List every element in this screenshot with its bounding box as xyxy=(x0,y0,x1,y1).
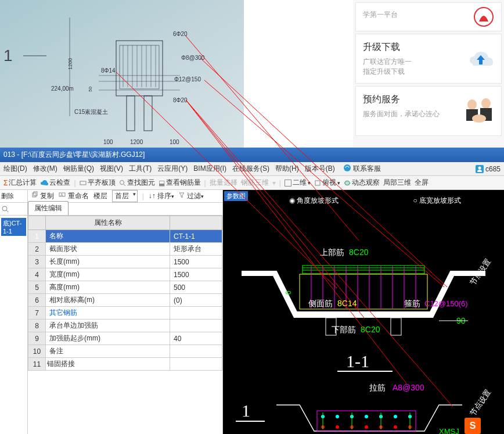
prop-val[interactable]: 矩形承台 xyxy=(170,243,222,256)
prop-name[interactable]: 截面形状 xyxy=(46,243,170,256)
topview-icon xyxy=(314,180,321,186)
svg-text:100: 100 xyxy=(170,139,179,145)
menu-bim[interactable]: BIM应用(I) xyxy=(193,164,226,174)
tool-dim[interactable]: 二维▾ xyxy=(285,178,311,188)
tree: 底)CT-1-1 xyxy=(0,216,27,434)
menu-cloud[interactable]: 云应用(Y) xyxy=(157,164,188,174)
prop-name[interactable]: 备注 xyxy=(46,345,170,358)
tool-cloudcheck[interactable]: 云检查 xyxy=(40,178,70,188)
prop-name[interactable]: 长度(mm) xyxy=(46,256,170,268)
svg-point-96 xyxy=(365,425,368,429)
prop-val[interactable]: 40 xyxy=(170,332,222,345)
svg-text:C15素混凝土: C15素混凝土 xyxy=(74,109,108,115)
tool-orbit[interactable]: 动态观察 xyxy=(344,178,380,188)
menu-version[interactable]: 版本号(B) xyxy=(305,164,335,174)
svg-text:下部筋: 下部筋 xyxy=(332,325,356,334)
menu-draw[interactable]: 绘图(D) xyxy=(3,164,27,174)
prop-val[interactable]: (0) xyxy=(170,294,222,307)
floor-select[interactable]: 首层▾ xyxy=(112,190,138,202)
prop-val[interactable]: 1500 xyxy=(170,268,222,281)
tool-viewrebar[interactable]: ⬓查看钢筋量 xyxy=(159,178,201,188)
tool-local3d[interactable]: 局部三维 xyxy=(383,178,411,188)
svg-text:224,00m: 224,00m xyxy=(51,85,74,92)
preview-svg: 上部筋 8C20 侧面筋 8C14 箍筋 C12@150(6) 下部筋 8C20… xyxy=(223,207,504,434)
prop-val[interactable]: 1500 xyxy=(170,256,222,268)
act-delete[interactable]: 删除 xyxy=(1,192,14,200)
menu-contact[interactable]: 联系客服 xyxy=(343,164,381,174)
opt-width[interactable]: ○ 底宽放坡形式 xyxy=(413,196,461,206)
header-name: 属性名称 xyxy=(46,216,170,230)
user-icon xyxy=(476,165,484,173)
prop-name[interactable]: 高度(mm) xyxy=(46,281,170,294)
prop-val[interactable] xyxy=(170,307,222,320)
prop-val[interactable]: 500 xyxy=(170,281,222,294)
tab-props[interactable]: 属性编辑 xyxy=(28,201,69,215)
svg-text:1200: 1200 xyxy=(67,58,73,70)
prop-name[interactable]: 名称 xyxy=(46,230,170,243)
act-sort[interactable]: ↓↑ 排序▾ xyxy=(149,191,174,201)
tool-top[interactable]: 俯视▾ xyxy=(314,178,340,188)
prop-name[interactable]: 宽度(mm) xyxy=(46,268,170,281)
menu-help[interactable]: 帮助(H) xyxy=(275,164,299,174)
search-icon xyxy=(119,180,126,186)
card-upgrade[interactable]: 升级下载 广联达官方唯一 指定升级下载 xyxy=(355,34,502,84)
floor-label: 楼层 xyxy=(93,191,107,201)
tree-item[interactable]: 底)CT-1-1 xyxy=(1,218,26,236)
act-copy[interactable]: 复制 xyxy=(31,191,54,201)
svg-text:1: 1 xyxy=(3,46,13,64)
tool-align[interactable]: 平齐板顶 xyxy=(80,178,116,188)
header-val xyxy=(170,216,222,230)
prop-val[interactable] xyxy=(170,358,222,371)
prop-val[interactable] xyxy=(170,345,222,358)
prop-name[interactable]: 其它钢筋 xyxy=(46,307,170,320)
svg-text:8C20: 8C20 xyxy=(361,325,380,334)
svg-text:节点设置: 节点设置 xyxy=(468,388,492,418)
property-pane: 复制 A 重命名 楼层 首层▾ | ↓↑ 排序▾ 过滤▾ 属性编辑 属性名称 1… xyxy=(28,190,223,434)
ime-indicator[interactable]: S xyxy=(465,418,481,434)
card-service[interactable]: 预约服务 服务面对面，承诺心连心 xyxy=(355,86,502,136)
preview[interactable]: 参数图 ◉ 角度放坡形式 ○ 底宽放坡形式 xyxy=(223,190,504,434)
svg-text:0: 0 xyxy=(285,290,293,295)
filter-icon xyxy=(179,192,185,198)
prop-val[interactable] xyxy=(170,320,222,332)
user-badge[interactable]: c685 xyxy=(476,165,501,173)
tool-full[interactable]: 全屏 xyxy=(415,178,429,188)
svg-text:100: 100 xyxy=(103,139,113,145)
search-icon[interactable] xyxy=(1,205,9,213)
tool-batch: 批量选择 xyxy=(210,178,237,188)
svg-text:6Φ20: 6Φ20 xyxy=(173,31,188,37)
prop-name[interactable]: 承台单边加强筋 xyxy=(46,320,170,332)
drawing-svg: 1 224,00m 1200 50 6Φ20 Φ8@300 8Φ14 Φ12@1… xyxy=(0,0,244,148)
svg-rect-48 xyxy=(34,192,37,196)
prop-name[interactable]: 加强筋起步(mm) xyxy=(46,332,170,345)
svg-point-43 xyxy=(345,181,350,185)
tool-rebar3d: 钢筋三维 xyxy=(241,178,269,188)
svg-point-35 xyxy=(472,114,486,123)
svg-text:8C14: 8C14 xyxy=(337,299,357,308)
prop-val[interactable]: CT-1-1 xyxy=(170,230,222,243)
cloud-upload-icon xyxy=(466,47,495,70)
svg-point-98 xyxy=(394,425,397,429)
tool-find[interactable]: 查找图元 xyxy=(119,178,155,188)
svg-text:箍筋: 箍筋 xyxy=(404,299,420,308)
tool-sum[interactable]: Σ汇总计算 xyxy=(3,178,37,188)
menu-view[interactable]: 视图(V) xyxy=(100,164,123,174)
copy-icon xyxy=(31,191,38,198)
svg-text:XMSJ: XMSJ xyxy=(439,427,459,434)
svg-text:1: 1 xyxy=(242,401,250,420)
prop-name[interactable]: 相对底标高(m) xyxy=(46,294,170,307)
opt-angle[interactable]: ◉ 角度放坡形式 xyxy=(289,196,339,206)
svg-rect-47 xyxy=(33,193,36,197)
sidebar-cards: 学第一平台 升级下载 广联达官方唯一 指定升级下载 预约服务 服务面对面，承诺心… xyxy=(353,0,504,148)
titlebar: 013 - [F:\百度云同步盘\零星\滨湖新村.GGJ12] xyxy=(0,148,504,162)
card-platform[interactable]: 学第一平台 xyxy=(355,2,502,31)
act-filter[interactable]: 过滤▾ xyxy=(179,191,203,201)
svg-point-40 xyxy=(120,180,124,184)
menu-tools[interactable]: 工具(T) xyxy=(129,164,152,174)
menu-edit[interactable]: 修改(M) xyxy=(33,164,57,174)
act-rename[interactable]: A 重命名 xyxy=(59,191,88,201)
menu-online[interactable]: 在线服务(S) xyxy=(232,164,269,174)
prop-name[interactable]: 锚固搭接 xyxy=(46,358,170,371)
svg-text:1200: 1200 xyxy=(130,139,143,145)
menu-rebar[interactable]: 钢筋量(Q) xyxy=(63,164,94,174)
